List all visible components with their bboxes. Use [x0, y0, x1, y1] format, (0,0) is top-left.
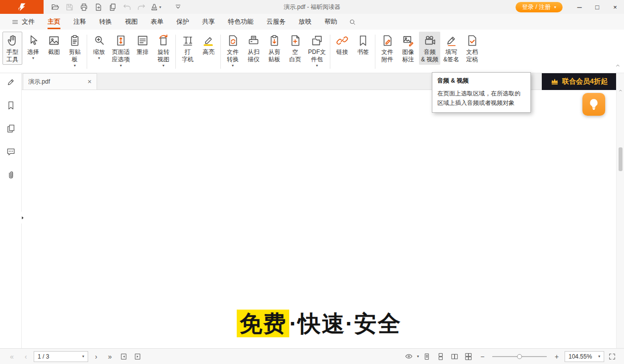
tab-close-icon[interactable]: ×: [88, 78, 92, 85]
convert-icon: [226, 34, 239, 47]
menu-item[interactable]: 放映: [292, 14, 318, 30]
pdf-portfolio-button[interactable]: PDF文 件包▾: [306, 32, 328, 69]
menu-item[interactable]: 云服务: [260, 14, 292, 30]
copy-document-button[interactable]: [106, 1, 119, 13]
fill-sign-button[interactable]: 填写 &签名: [441, 32, 461, 65]
open-file-button[interactable]: [49, 1, 62, 13]
facing-continuous-view-button[interactable]: [463, 351, 474, 363]
minimize-button[interactable]: ─: [571, 0, 588, 14]
search-icon: [349, 18, 356, 26]
rotate-view-button[interactable]: 旋转 视图▾: [154, 32, 173, 69]
hand-tool-button[interactable]: 手型 工具: [2, 32, 22, 65]
quick-tool-button[interactable]: ▾: [149, 1, 162, 13]
previous-view-button[interactable]: [118, 351, 130, 363]
menu-item[interactable]: 文件: [5, 14, 41, 30]
print-button[interactable]: [77, 1, 91, 13]
zoom-slider-thumb[interactable]: [517, 354, 522, 359]
doc-finalize-button[interactable]: 文档 定稿: [462, 32, 482, 65]
facing-view-button[interactable]: [449, 351, 461, 363]
vertical-scrollbar[interactable]: [616, 73, 624, 348]
menu-bar: 文件主页注释转换视图表单保护共享特色功能云服务放映帮助: [0, 14, 624, 30]
undo-button[interactable]: [120, 1, 134, 13]
menu-item[interactable]: 帮助: [318, 14, 344, 30]
link-tool-button[interactable]: 链接: [332, 32, 352, 57]
export-document-button[interactable]: [92, 1, 105, 13]
menu-item[interactable]: 共享: [196, 14, 221, 30]
menu-item[interactable]: 特色功能: [221, 14, 260, 30]
comments-panel-button[interactable]: [3, 146, 18, 158]
from-clipboard-button[interactable]: 从剪 贴板: [264, 32, 284, 65]
continuous-view-button[interactable]: [435, 351, 447, 363]
zoom-tool-button[interactable]: 缩放▾: [89, 32, 109, 61]
tool-label: 链接: [336, 48, 348, 56]
document-tab[interactable]: 演示.pdf ×: [23, 73, 97, 90]
login-button[interactable]: 登录 / 注册 ▾: [516, 2, 563, 12]
search-button[interactable]: [344, 14, 361, 30]
menu-item[interactable]: 注释: [67, 14, 93, 30]
first-page-button[interactable]: «: [6, 351, 18, 363]
file-convert-button[interactable]: 文件 转换▾: [223, 32, 243, 69]
zoom-out-button[interactable]: −: [476, 351, 488, 363]
foxit-logo[interactable]: [0, 0, 44, 14]
menu-item-label: 文件: [22, 17, 35, 26]
chevron-down-icon[interactable]: ▾: [598, 354, 600, 359]
close-button[interactable]: ×: [606, 0, 624, 14]
annotations-panel-button[interactable]: [3, 76, 18, 88]
sidebar-expand-handle[interactable]: [19, 212, 26, 224]
reflow-icon: [136, 34, 149, 47]
clipboard-icon: [68, 34, 81, 47]
maximize-button[interactable]: □: [588, 0, 606, 14]
single-page-view-button[interactable]: [421, 351, 433, 363]
audio-video-button[interactable]: 音频 & 视频: [419, 32, 440, 65]
tool-label: 从剪 贴板: [268, 48, 280, 63]
next-view-button[interactable]: [132, 351, 144, 363]
bookmarks-panel-button[interactable]: [3, 99, 18, 111]
bookmark-tool-button[interactable]: 书签: [353, 32, 373, 57]
attachments-panel-button[interactable]: [3, 169, 18, 181]
zoom-level-input[interactable]: 104.55% ▾: [565, 351, 604, 362]
last-page-button[interactable]: »: [104, 351, 116, 363]
typewriter-tool-button[interactable]: 打 字机: [178, 32, 198, 65]
from-scanner-button[interactable]: 从扫 描仪: [244, 32, 263, 65]
menu-item[interactable]: 保护: [170, 14, 196, 30]
customize-toolbar-button[interactable]: [171, 1, 185, 13]
blank-page-button[interactable]: 空 白页: [285, 32, 305, 65]
caret-right-icon: [20, 215, 25, 221]
menu-item[interactable]: 视图: [118, 14, 144, 30]
page-thumbnails-panel-button[interactable]: [3, 123, 18, 135]
scrollbar-thumb[interactable]: [619, 147, 623, 171]
attachment-icon: [381, 34, 394, 47]
view-mode-button[interactable]: [403, 351, 415, 363]
image-annotation-button[interactable]: 图像 标注: [398, 32, 418, 65]
snapshot-tool-button[interactable]: 截图: [44, 32, 64, 57]
previous-page-button[interactable]: ‹: [20, 351, 32, 363]
page-fit-options-button[interactable]: 页面适 应选项▾: [110, 32, 132, 69]
tool-label: 书签: [357, 48, 369, 56]
next-page-button[interactable]: ›: [90, 351, 102, 363]
highlight-tool-button[interactable]: 高亮: [199, 32, 218, 57]
membership-banner[interactable]: 联合会员4折起: [542, 73, 616, 90]
save-file-button[interactable]: [63, 1, 76, 13]
ribbon-separator: [375, 35, 375, 69]
page-number-input[interactable]: 1 / 3 ▾: [34, 351, 88, 362]
menu-item[interactable]: 表单: [144, 14, 170, 30]
redo-button[interactable]: [135, 1, 148, 13]
document-page[interactable]: 免费·快速·安全: [22, 90, 616, 348]
menu-item[interactable]: 转换: [93, 14, 118, 30]
tool-label: 填写 &签名: [443, 48, 459, 63]
collapse-ribbon-button[interactable]: [615, 62, 621, 69]
zoom-slider[interactable]: [492, 352, 547, 362]
assistant-lightbulb-button[interactable]: [582, 93, 605, 116]
menu-item-active[interactable]: 主页: [41, 14, 67, 30]
clipboard-tool-button[interactable]: 剪贴 板▾: [65, 32, 85, 69]
reflow-tool-button[interactable]: 重排: [133, 32, 153, 57]
zoom-icon: [93, 34, 105, 47]
fullscreen-button[interactable]: [606, 351, 618, 363]
scroll-up-icon[interactable]: [617, 88, 624, 93]
zoom-in-button[interactable]: +: [551, 351, 563, 363]
chevron-down-icon[interactable]: ▾: [417, 354, 419, 359]
chevron-down-icon[interactable]: ▾: [82, 354, 84, 359]
highlight-icon: [202, 34, 215, 47]
file-attachment-button[interactable]: 文件 附件: [377, 32, 397, 65]
select-tool-button[interactable]: 选择▾: [23, 32, 43, 61]
